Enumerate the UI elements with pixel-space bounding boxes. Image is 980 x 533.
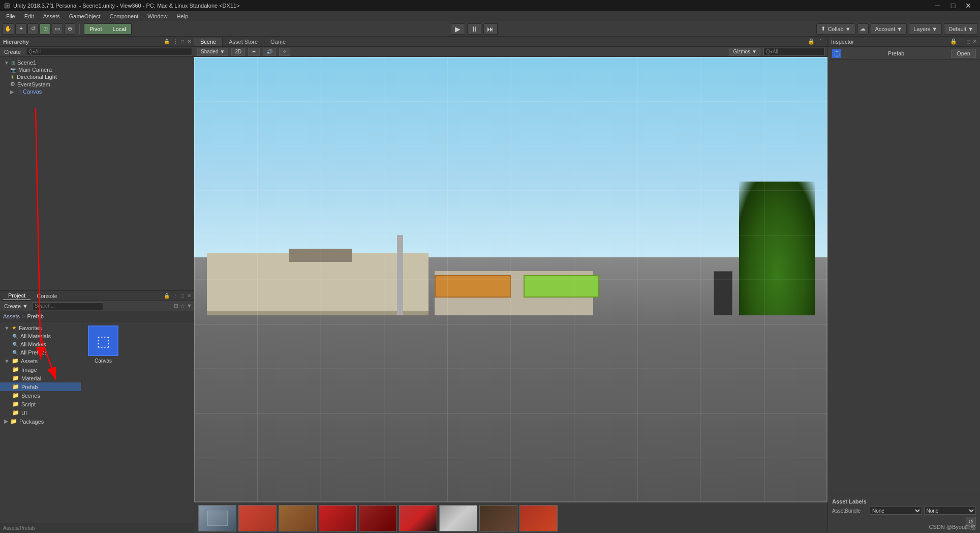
scale-tool[interactable]: ⊡ (40, 23, 51, 35)
account-button[interactable]: Account ▼ (871, 23, 907, 35)
move-tool[interactable]: ✦ (15, 23, 26, 35)
step-button[interactable]: ⏭ (483, 23, 498, 35)
collab-icon: ⬆ (821, 25, 825, 32)
project-menu-icon[interactable]: ⋮ (173, 293, 178, 299)
close-panel-icon[interactable]: ✕ (187, 39, 191, 44)
asset-bundle-select1[interactable]: None (870, 507, 922, 515)
inspector-lock-icon[interactable]: 🔒 (950, 38, 957, 45)
menu-gameobject[interactable]: GameObject (65, 12, 105, 20)
rotate-tool[interactable]: ↺ (27, 23, 39, 35)
scene-view[interactable] (194, 57, 828, 502)
scene-menu-icon[interactable]: ⋮ (818, 38, 823, 45)
menu-edit[interactable]: Edit (20, 12, 38, 20)
pivot-button[interactable]: Pivot (84, 24, 107, 34)
thumbnail-5[interactable] (359, 505, 397, 531)
assets-item-script[interactable]: 📁 Script (0, 400, 81, 408)
hierarchy-item-eventsystem[interactable]: ⚙ EventSystem (0, 80, 194, 88)
assets-item-prefab[interactable]: 📁 Prefab (0, 382, 81, 391)
transform-tool[interactable]: ⊕ (64, 23, 75, 35)
packages-header[interactable]: ▶ 📁 Packages (0, 417, 81, 426)
packages-label: Packages (19, 419, 44, 425)
hierarchy-create-button[interactable]: Create (2, 48, 23, 55)
project-sidebar: ▼ ★ Favorites 🔍 All Materials 🔍 All Mode… (0, 321, 81, 523)
project-search-input[interactable] (32, 302, 103, 310)
assets-header[interactable]: ▼ 📁 Assets (0, 357, 81, 365)
tab-assetstore[interactable]: Asset Store (223, 38, 264, 46)
thumbnail-1[interactable] (198, 505, 236, 531)
maximize-icon[interactable]: □ (181, 39, 184, 44)
thumbnail-9[interactable] (519, 505, 558, 531)
breadcrumb-assets[interactable]: Assets (3, 313, 20, 319)
menu-file[interactable]: File (2, 12, 19, 20)
play-controls: ▶ ⏸ ⏭ (451, 23, 498, 35)
menu-component[interactable]: Component (105, 12, 142, 20)
thumbnail-4[interactable] (319, 505, 357, 531)
console-tab[interactable]: Console (32, 292, 62, 300)
assets-item-image[interactable]: 📁 Image (0, 365, 81, 374)
inspector-menu-icon[interactable]: ⋮ (959, 38, 965, 45)
inspector-refresh-button[interactable]: ↺ (966, 517, 976, 527)
favorites-item-materials[interactable]: 🔍 All Materials (0, 332, 81, 340)
favorites-item-models[interactable]: 🔍 All Models (0, 340, 81, 348)
hierarchy-item-canvas[interactable]: ▶ ⬚ Canvas (0, 88, 194, 95)
menu-icon[interactable]: ⋮ (173, 39, 178, 44)
lights-button[interactable]: ☀ (248, 48, 260, 56)
gizmos-button[interactable]: Gizmos ▼ (729, 48, 760, 56)
project-maximize-icon[interactable]: □ (181, 293, 184, 299)
scene-search-input[interactable] (763, 48, 824, 56)
close-button[interactable]: ✕ (961, 0, 976, 11)
project-tab[interactable]: Project (3, 291, 30, 300)
assets-item-ui[interactable]: 📁 UI (0, 408, 81, 417)
maximize-button[interactable]: □ (945, 0, 961, 11)
local-button[interactable]: Local (107, 24, 131, 34)
titlebar-title: Unity 2018.3.7f1 Personal - Scene1.unity… (13, 3, 240, 9)
tab-scene[interactable]: Scene (194, 38, 223, 46)
hierarchy-item-directionallight[interactable]: ☀ Directional Light (0, 73, 194, 80)
project-lock-icon[interactable]: 🔒 (164, 293, 170, 299)
lock-icon[interactable]: 🔒 (164, 39, 170, 44)
hand-tool[interactable]: ✋ (2, 23, 14, 35)
pause-button[interactable]: ⏸ (467, 23, 481, 35)
scene-lock-icon[interactable]: 🔒 (808, 38, 815, 45)
thumbnail-8[interactable] (479, 505, 517, 531)
favorites-header[interactable]: ▼ ★ Favorites (0, 323, 81, 332)
thumbnail-7[interactable] (439, 505, 477, 531)
hierarchy-item-maincamera[interactable]: 📷 Main Camera (0, 66, 194, 73)
assets-folder-icon: 📁 (12, 358, 19, 364)
assets-item-scenes[interactable]: 📁 Scenes (0, 391, 81, 400)
canvas-asset-item[interactable]: ⬚ Canvas (85, 325, 121, 364)
asset-bundle-select2[interactable]: None (924, 507, 976, 515)
folder-icon-image: 📁 (12, 366, 19, 373)
play-button[interactable]: ▶ (451, 23, 465, 35)
project-close-icon[interactable]: ✕ (187, 293, 191, 299)
thumbnail-2[interactable] (238, 505, 277, 531)
menu-assets[interactable]: Assets (39, 12, 64, 20)
inspector-maximize-icon[interactable]: □ (967, 39, 970, 45)
thumbnail-6[interactable] (399, 505, 437, 531)
project-create-button[interactable]: Create ▼ (2, 303, 30, 310)
hierarchy-search-input[interactable] (26, 48, 192, 56)
menu-help[interactable]: Help (172, 12, 192, 20)
layout-button[interactable]: Default ▼ (944, 23, 978, 35)
favorites-item-prefabs[interactable]: 🔍 All Prefabs (0, 348, 81, 357)
minimize-button[interactable]: ─ (930, 0, 945, 11)
tab-game[interactable]: Game (264, 38, 292, 46)
scene-object-icon: ⊞ (11, 60, 15, 66)
audio-button[interactable]: 🔊 (263, 48, 276, 56)
shaded-button[interactable]: Shaded ▼ (197, 48, 228, 56)
menu-window[interactable]: Window (143, 12, 171, 20)
hierarchy-item-scene[interactable]: ▼ ⊞ Scene1 (0, 59, 194, 66)
asset-bundle-label: AssetBundle (832, 508, 868, 514)
effects-button[interactable]: ✧ (279, 48, 290, 56)
billboard (435, 275, 511, 298)
assets-item-material[interactable]: 📁 Material (0, 374, 81, 382)
rect-tool[interactable]: ▭ (52, 23, 63, 35)
2d-button[interactable]: 2D (231, 48, 245, 56)
open-prefab-button[interactable]: Open (951, 49, 976, 58)
layers-button[interactable]: Layers ▼ (909, 23, 942, 35)
collab-button[interactable]: ⬆ Collab ▼ (816, 23, 855, 35)
thumbnail-3[interactable] (279, 505, 317, 531)
search-icon-prefabs: 🔍 (12, 350, 18, 356)
cloud-button[interactable]: ☁ (858, 23, 869, 35)
inspector-close-icon[interactable]: ✕ (972, 38, 977, 45)
